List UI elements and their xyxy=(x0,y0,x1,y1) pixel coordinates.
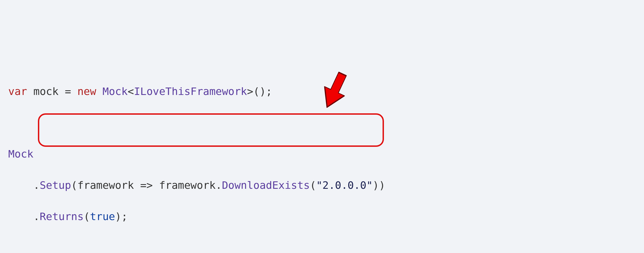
keyword-true: true xyxy=(90,210,115,223)
code-line-4: .Setup(framework => framework.DownloadEx… xyxy=(8,178,636,193)
code-line-3: Mock xyxy=(8,146,636,162)
code-line-5: .Returns(true); xyxy=(8,209,636,224)
code-block: var mock = new Mock<ILoveThisFramework>(… xyxy=(8,68,636,253)
keyword-var: var xyxy=(8,85,27,97)
code-line-blank xyxy=(8,240,636,253)
member-setup: Setup xyxy=(40,179,71,191)
type-mock: Mock xyxy=(8,148,34,160)
keyword-new: new xyxy=(77,85,96,97)
type-mock: Mock xyxy=(102,85,128,97)
type-interface: ILoveThisFramework xyxy=(134,85,247,97)
code-line-1: var mock = new Mock<ILoveThisFramework>(… xyxy=(8,84,636,99)
identifier-mock: mock xyxy=(34,85,59,97)
code-line-blank xyxy=(8,115,636,131)
member-downloadexists: DownloadExists xyxy=(222,179,310,191)
member-returns: Returns xyxy=(40,210,83,223)
string-literal: "2.0.0.0" xyxy=(316,179,373,191)
